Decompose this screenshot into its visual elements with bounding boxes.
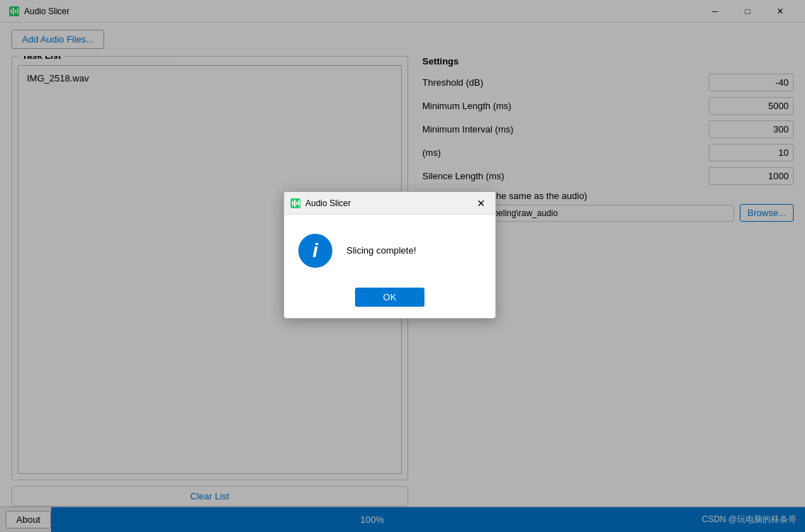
dialog-icon xyxy=(290,198,301,209)
dialog-title-bar: Audio Slicer ✕ xyxy=(284,192,495,215)
svg-rect-6 xyxy=(292,201,293,205)
svg-rect-9 xyxy=(298,200,300,205)
dialog-close-button[interactable]: ✕ xyxy=(473,195,490,212)
ok-button[interactable]: OK xyxy=(355,288,425,307)
svg-rect-8 xyxy=(296,202,298,205)
dialog-message: Slicing complete! xyxy=(347,245,416,256)
svg-rect-7 xyxy=(294,200,295,207)
dialog-body: i Slicing complete! xyxy=(284,215,495,281)
info-icon: i xyxy=(298,234,332,268)
modal-overlay: Audio Slicer ✕ i Slicing complete! OK xyxy=(0,0,805,532)
dialog-footer: OK xyxy=(284,281,495,318)
dialog-title: Audio Slicer xyxy=(305,198,473,208)
dialog: Audio Slicer ✕ i Slicing complete! OK xyxy=(283,191,496,319)
